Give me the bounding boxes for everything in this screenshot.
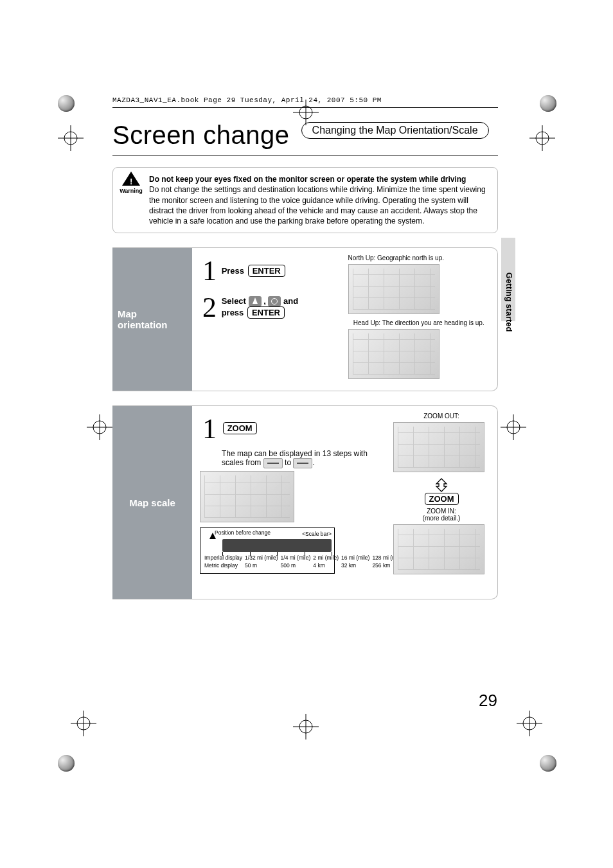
map-screenshot-zoom-out — [393, 422, 484, 472]
warning-triangle-icon: ! — [122, 172, 140, 186]
scale-to: to — [285, 458, 291, 467]
registration-mark — [293, 714, 319, 740]
page-number: 29 — [479, 691, 497, 711]
registration-mark — [517, 711, 542, 736]
map-screenshot — [200, 471, 294, 522]
step-number: 2 — [200, 291, 219, 324]
map-screenshot — [348, 329, 440, 379]
section-tab-label: Getting started — [504, 272, 514, 332]
step-number: 1 — [200, 412, 219, 445]
source-filename: MAZDA3_NAV1_EA.book Page 29 Tuesday, Apr… — [112, 96, 498, 105]
head-up-caption: Head Up: The direction you are heading i… — [348, 319, 490, 326]
registration-mark — [501, 414, 526, 440]
map-scale-block: Map scale 1 ZOOM The map can be displaye… — [112, 405, 498, 599]
zoom-in-subcaption: (more detail.) — [423, 515, 461, 522]
scale-bar-graphic — [222, 539, 332, 552]
section-label: Map scale — [112, 406, 192, 599]
scale-table: Imperial display 1/32 mi (mile) 1/4 mi (… — [203, 554, 405, 569]
scale-min-icon — [263, 458, 283, 468]
page-title: Screen change — [112, 121, 290, 150]
enter-key-icon: ENTER — [247, 306, 285, 319]
step-text: Select — [222, 296, 246, 306]
zoom-out-caption: ZOOM OUT: — [393, 412, 490, 420]
warning-panel: ! Warning Do not keep your eyes fixed on… — [112, 167, 498, 233]
zoom-key-icon: ZOOM — [425, 493, 459, 505]
registration-mark — [71, 711, 96, 736]
up-down-arrow-icon — [427, 477, 456, 493]
north-up-caption: North Up: Geographic north is up. — [348, 254, 490, 261]
registration-mark — [529, 125, 555, 151]
step-text: Press — [222, 266, 244, 276]
period: . — [312, 458, 314, 467]
warning-label: Warning — [118, 187, 144, 195]
scale-reference-box: Position before change <Scale bar> Imper… — [200, 527, 335, 574]
step-text: press — [222, 308, 244, 317]
warning-heading: Do not keep your eyes fixed on the monit… — [149, 174, 488, 184]
map-screenshot — [348, 264, 440, 314]
print-medallion — [58, 755, 75, 772]
table-row: Metric display 50 m 500 m 4 km 32 km 256… — [203, 562, 405, 569]
print-medallion — [540, 95, 556, 112]
position-before-label: Position before change — [215, 529, 271, 536]
scale-bar-label: <Scale bar> — [302, 531, 332, 537]
step-number: 1 — [200, 254, 219, 287]
print-medallion — [540, 755, 556, 772]
warning-body: Do not change the settings and destinati… — [149, 184, 488, 226]
step-text: and — [283, 296, 298, 306]
print-medallion — [58, 95, 75, 112]
zoom-key-icon: ZOOM — [223, 422, 257, 434]
scale-max-icon — [293, 458, 312, 468]
compass-ring-icon — [268, 296, 281, 306]
zoom-in-caption: ZOOM IN: — [427, 508, 456, 515]
page-subtitle: Changing the Map Orientation/Scale — [301, 122, 489, 139]
map-screenshot-zoom-in — [393, 524, 484, 574]
section-label: Map orientation — [112, 248, 192, 391]
map-orientation-block: Map orientation 1 Press ENTER 2 Select , — [112, 247, 498, 391]
registration-mark — [87, 414, 112, 440]
enter-key-icon: ENTER — [248, 265, 285, 277]
registration-mark — [58, 125, 84, 151]
compass-arrow-icon — [249, 296, 262, 306]
